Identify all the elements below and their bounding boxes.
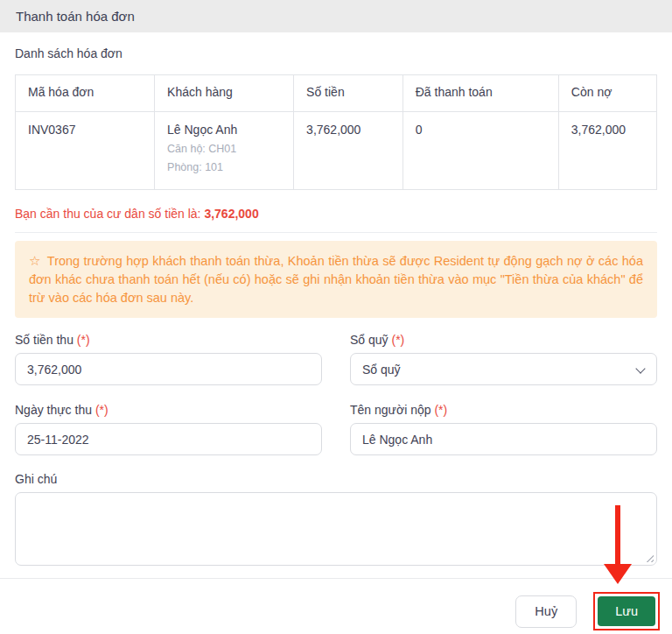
table-header-row: Mã hóa đơn Khách hàng Số tiền Đã thanh t… [16, 75, 657, 112]
amount-due-value: 3,762,000 [204, 207, 258, 221]
date-input[interactable] [15, 423, 322, 455]
column-header-amount: Số tiền [294, 75, 403, 112]
note-field-label: Ghi chú [15, 472, 657, 486]
cell-customer: Lê Ngọc Anh Căn hộ: CH01 Phòng: 101 [155, 112, 294, 190]
annotation-arrow [615, 505, 620, 566]
dialog-title-bar: Thanh toán hóa đơn [0, 0, 672, 32]
save-button[interactable]: Lưu [598, 596, 655, 626]
column-header-customer: Khách hàng [155, 75, 294, 112]
cell-debt: 3,762,000 [558, 112, 656, 190]
amount-due-text: Bạn cần thu của cư dân số tiền là: 3,762… [15, 207, 657, 221]
fund-select-wrap: Sổ quỹ [350, 353, 657, 385]
annotation-arrow-head [604, 564, 632, 584]
annotation-highlight-box: Lưu [593, 592, 660, 630]
table-row: INV0367 Lê Ngọc Anh Căn hộ: CH01 Phòng: … [16, 112, 657, 190]
required-mark: (*) [77, 333, 90, 347]
fund-select[interactable]: Sổ quỹ [350, 353, 657, 385]
required-mark: (*) [95, 403, 108, 417]
payment-dialog: Thanh toán hóa đơn Danh sách hóa đơn Mã … [0, 0, 672, 630]
star-icon: ☆ [29, 253, 41, 268]
invoice-list-label: Danh sách hóa đơn [15, 46, 657, 60]
payer-input[interactable] [350, 423, 657, 455]
amount-field-group: Số tiền thu (*) [15, 333, 322, 385]
customer-name: Lê Ngọc Anh [167, 123, 281, 137]
customer-apartment: Căn hộ: CH01 [167, 143, 281, 155]
column-header-paid: Đã thanh toán [402, 75, 558, 112]
note-textarea[interactable] [15, 492, 657, 566]
note-field-group: Ghi chú [15, 472, 657, 566]
column-header-invoice-code: Mã hóa đơn [16, 75, 155, 112]
overpayment-notice-text: Trong trường hợp khách thanh toán thừa, … [29, 254, 643, 305]
payment-form: Số tiền thu (*) Sổ quỹ (*) Sổ quỹ [15, 333, 657, 455]
column-header-debt: Còn nợ [558, 75, 656, 112]
amount-field-label: Số tiền thu (*) [15, 333, 322, 347]
required-mark: (*) [434, 403, 447, 417]
divider [15, 232, 657, 233]
fund-field-group: Sổ quỹ (*) Sổ quỹ [350, 333, 657, 385]
payer-field-label: Tên người nộp (*) [350, 403, 657, 417]
fund-field-label: Sổ quỹ (*) [350, 333, 657, 347]
required-mark: (*) [391, 333, 404, 347]
invoice-table: Mã hóa đơn Khách hàng Số tiền Đã thanh t… [15, 74, 657, 190]
customer-room: Phòng: 101 [167, 161, 281, 173]
cell-invoice-code: INV0367 [16, 112, 155, 190]
dialog-body: Danh sách hóa đơn Mã hóa đơn Khách hàng … [0, 46, 672, 566]
cell-paid: 0 [402, 112, 558, 190]
dialog-footer: Huỷ Lưu [0, 579, 672, 630]
amount-input[interactable] [15, 353, 322, 385]
date-field-label: Ngày thực thu (*) [15, 403, 322, 417]
cancel-button[interactable]: Huỷ [515, 595, 577, 628]
amount-due-label: Bạn cần thu của cư dân số tiền là: [15, 207, 201, 221]
dialog-title: Thanh toán hóa đơn [16, 9, 135, 24]
payer-field-group: Tên người nộp (*) [350, 403, 657, 455]
overpayment-notice: ☆Trong trường hợp khách thanh toán thừa,… [15, 241, 657, 318]
date-field-group: Ngày thực thu (*) [15, 403, 322, 455]
cell-amount: 3,762,000 [294, 112, 403, 190]
